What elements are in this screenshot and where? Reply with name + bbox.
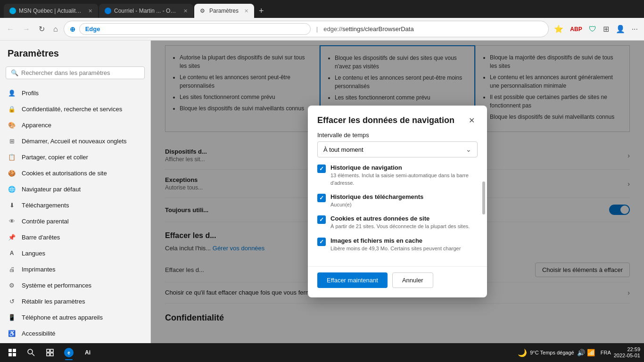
checkbox-images[interactable]: ✓ Images et fichiers mis en cache Libère… [317, 237, 478, 252]
apparence-icon: 🎨 [8, 121, 16, 129]
menu-button[interactable]: ··· [629, 23, 640, 35]
url-path: settings/clearBrowserData [342, 25, 414, 33]
sidebar-item-barre[interactable]: 📌 Barre d'arêtes [0, 229, 150, 245]
sidebar-item-accessibilite[interactable]: ♿ Accessibilité [0, 325, 150, 341]
collections-button[interactable]: ⊞ [601, 23, 611, 35]
search-taskbar-button[interactable] [23, 344, 40, 361]
adblock-button[interactable]: ABP [568, 24, 584, 34]
checkbox-historique-check: ✓ [319, 165, 324, 172]
sidebar-item-label-navigateur: Navigateur par défaut [22, 186, 81, 193]
svg-rect-9 [50, 353, 53, 356]
checkbox-images-title: Images et fichiers mis en cache [330, 237, 478, 244]
sidebar-search-input[interactable] [21, 69, 140, 76]
telechargements-icon: ⬇ [8, 201, 16, 209]
browser-chrome: MSN Québec | Actualité, météo... ✕ Courr… [0, 0, 644, 41]
langues-icon: A [8, 249, 16, 257]
telephone-icon: 📱 [8, 313, 16, 321]
sidebar-item-label-langues: Langues [22, 250, 45, 257]
profils-icon: 👤 [8, 89, 16, 97]
dialog-title: Effacer les données de navigation [317, 115, 466, 126]
sidebar-item-retablir[interactable]: ↺ Rétablir les paramètres [0, 293, 150, 309]
sidebar-item-imprimantes[interactable]: 🖨 Imprimantes [0, 261, 150, 277]
checkbox-historique-box[interactable]: ✓ [317, 165, 326, 173]
barre-icon: 📌 [8, 233, 16, 241]
sidebar-item-systeme[interactable]: ⚙ Système et performances [0, 277, 150, 293]
sidebar-title: Paramètres [0, 48, 150, 66]
checkbox-images-desc: Libère moins de 49,3 Mo. Certains sites … [330, 245, 478, 252]
forward-button[interactable]: → [20, 23, 33, 35]
main-layout: Paramètres 🔍 👤 Profils 🔒 Confidentialité… [0, 41, 644, 362]
taskbar-ai-button[interactable]: Ai [79, 344, 96, 361]
tab-favicon-outlook [105, 8, 111, 14]
checkbox-cookies[interactable]: ✓ Cookies et autres données de site À pa… [317, 215, 478, 230]
sidebar-item-navigateur[interactable]: 🌐 Navigateur par défaut [0, 181, 150, 197]
sidebar-item-telechargements[interactable]: ⬇ Téléchargements [0, 197, 150, 213]
start-button[interactable] [4, 344, 21, 361]
taskbar-edge-app[interactable]: e [60, 344, 77, 361]
sidebar-item-controle[interactable]: 👁 Contrôle parental [0, 213, 150, 229]
checkbox-telechargements-box[interactable]: ✓ [317, 194, 326, 202]
tab-close-settings[interactable]: ✕ [244, 8, 248, 14]
dialog-close-button[interactable]: ✕ [466, 115, 478, 126]
effacer-maintenant-button[interactable]: Effacer maintenant [317, 272, 388, 288]
tab-close-outlook[interactable]: ✕ [183, 8, 188, 14]
taskbar-right: 🌙 9°C Temps dégagé 🔊 📶 FRA 22:59 2022-05… [518, 346, 640, 359]
sidebar-item-label-demarrer: Démarrer, Accueil et nouveaux onglets [22, 138, 127, 145]
language-label: FRA [601, 350, 611, 355]
home-button[interactable]: ⌂ [50, 23, 61, 35]
ai-label: Ai [85, 349, 91, 356]
tab-settings[interactable]: ⚙ Paramètres ✕ [194, 4, 254, 18]
address-url: edge://settings/clearBrowserData [323, 25, 543, 33]
network-icon[interactable]: 🔊 [577, 349, 585, 356]
sidebar-item-label-partager: Partager, copier et coller [22, 154, 88, 161]
tab-close-msn[interactable]: ✕ [88, 8, 92, 14]
sidebar-item-cookies[interactable]: 🍪 Cookies et autorisations de site [0, 165, 150, 181]
taskbar-date: 2022-05-01 [614, 353, 640, 359]
checkbox-cookies-box[interactable]: ✓ [317, 215, 326, 224]
accessibilite-icon: ♿ [8, 329, 16, 337]
sidebar-item-label-apparence: Apparence [22, 122, 51, 129]
tab-title-outlook: Courriel - Martin ... - Outlook [114, 8, 178, 14]
sidebar-item-profils[interactable]: 👤 Profils [0, 85, 150, 101]
taskbar: e Ai 🌙 9°C Temps dégagé 🔊 📶 FRA 22:59 20… [0, 343, 644, 362]
checkbox-telechargements-label: Historique des téléchargements Aucun(e) [330, 193, 478, 208]
sidebar-item-confidentialite[interactable]: 🔒 Confidentialité, recherche et services [0, 101, 150, 117]
new-tab-button[interactable]: + [255, 4, 268, 18]
edge-brand-label: Edge [79, 23, 311, 35]
checkbox-telechargements[interactable]: ✓ Historique des téléchargements Aucun(e… [317, 193, 478, 208]
sidebar-item-apparence[interactable]: 🎨 Apparence [0, 117, 150, 133]
sidebar-item-demarrer[interactable]: ⊞ Démarrer, Accueil et nouveaux onglets [0, 133, 150, 149]
content-area: Autorise la plupart des dispositifs de s… [151, 41, 644, 362]
dialog-scrollbar[interactable] [482, 181, 485, 214]
favorites-button[interactable]: ⭐ [552, 23, 566, 35]
checkbox-cookies-title: Cookies et autres données de site [330, 215, 478, 222]
sidebar-item-label-controle: Contrôle parental [22, 218, 69, 225]
task-view-button[interactable] [41, 344, 58, 361]
svg-rect-1 [13, 349, 16, 352]
checkbox-historique[interactable]: ✓ Historique de navigation 13 éléments. … [317, 164, 478, 187]
annuler-button[interactable]: Annuler [392, 272, 433, 288]
demarrer-icon: ⊞ [8, 137, 16, 145]
dialog-overlay: Effacer les données de navigation ✕ Inte… [151, 41, 644, 362]
tab-outlook[interactable]: Courriel - Martin ... - Outlook ✕ [99, 4, 193, 18]
back-button[interactable]: ← [4, 23, 17, 35]
volume-icon[interactable]: 📶 [587, 349, 595, 356]
checkbox-cookies-check: ✓ [319, 216, 324, 223]
address-bar[interactable]: ⊕ Edge | edge://settings/clearBrowserDat… [64, 21, 549, 37]
time-select[interactable]: À tout moment ⌄ [317, 141, 478, 157]
sidebar-item-telephone[interactable]: 📱 Téléphone et autres appareils [0, 309, 150, 325]
shield-button[interactable]: 🛡 [586, 23, 599, 35]
taskbar-time-display: 22:59 2022-05-01 [614, 346, 640, 359]
sidebar-search-container[interactable]: 🔍 [6, 66, 145, 79]
profile-button[interactable]: 👤 [613, 23, 627, 35]
sidebar-item-label-barre: Barre d'arêtes [22, 234, 60, 241]
sidebar: Paramètres 🔍 👤 Profils 🔒 Confidentialité… [0, 41, 151, 362]
sidebar-item-partager[interactable]: 📋 Partager, copier et coller [0, 149, 150, 165]
checkbox-images-label: Images et fichiers mis en cache Libère m… [330, 237, 478, 252]
refresh-button[interactable]: ↻ [36, 23, 48, 35]
partager-icon: 📋 [8, 153, 16, 161]
sidebar-item-label-systeme: Système et performances [22, 282, 91, 289]
checkbox-images-box[interactable]: ✓ [317, 238, 326, 246]
sidebar-item-langues[interactable]: A Langues [0, 245, 150, 261]
tab-msn[interactable]: MSN Québec | Actualité, météo... ✕ [4, 4, 98, 18]
